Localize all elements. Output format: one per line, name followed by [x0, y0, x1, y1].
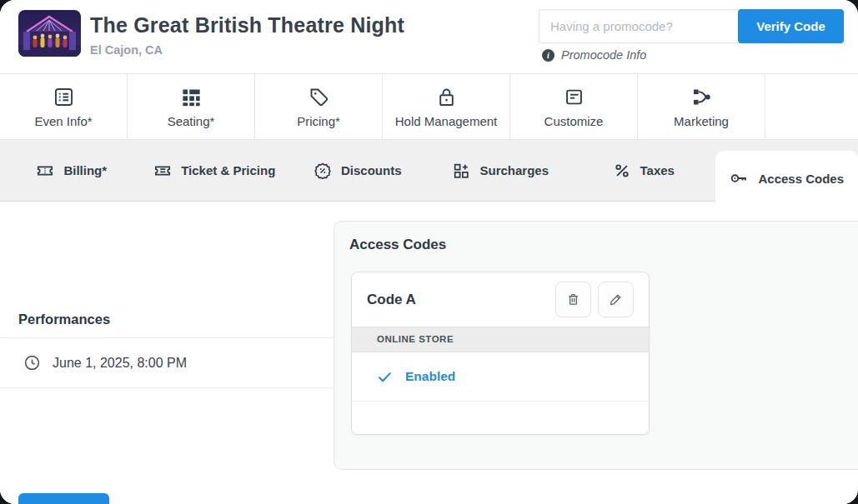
- access-code-card: Code A: [351, 272, 650, 435]
- sub-tab-bar: Billing* Ticket & Pricing Discounts: [0, 140, 858, 202]
- tab-bar-filler: [765, 74, 858, 139]
- promocode-group: Verify Code: [539, 9, 844, 43]
- card-empty-row: [352, 402, 649, 434]
- tab-label: Customize: [544, 114, 604, 128]
- promocode-info[interactable]: i Promocode Info: [542, 48, 646, 62]
- tab-pricing[interactable]: Pricing*: [255, 74, 383, 139]
- divider: [0, 387, 334, 388]
- code-status-label: Enabled: [405, 369, 455, 384]
- ticket-icon: [36, 162, 54, 180]
- subtab-label: Access Codes: [758, 172, 844, 186]
- content-area: Performances June 1, 2025, 8:00 PM Acces…: [0, 202, 858, 504]
- subtab-label: Ticket & Pricing: [181, 163, 275, 177]
- access-codes-heading: Access Codes: [349, 237, 446, 253]
- info-icon: i: [542, 49, 554, 62]
- grid-plus-icon: [452, 162, 470, 180]
- event-header: The Great British Theatre Night El Cajon…: [0, 0, 858, 73]
- add-code-button[interactable]: Add Code: [18, 493, 109, 504]
- price-tag-icon: [308, 85, 330, 108]
- verify-code-button[interactable]: Verify Code: [738, 9, 844, 43]
- discount-badge-icon: [314, 162, 332, 180]
- code-status-row[interactable]: Enabled: [352, 352, 649, 402]
- tab-label: Seating*: [168, 114, 215, 128]
- delete-code-button[interactable]: [555, 282, 591, 317]
- subtab-surcharges[interactable]: Surcharges: [429, 140, 573, 201]
- tab-marketing[interactable]: Marketing: [638, 74, 765, 139]
- tab-seating[interactable]: Seating*: [128, 74, 255, 139]
- tab-event-info[interactable]: Even Info*: [0, 74, 128, 139]
- subtab-billing[interactable]: Billing*: [0, 140, 143, 201]
- key-icon: [729, 168, 749, 188]
- event-thumbnail: [18, 10, 81, 57]
- performance-row[interactable]: June 1, 2025, 8:00 PM: [0, 338, 334, 387]
- layout-panel-icon: [563, 85, 585, 108]
- event-admin-window: The Great British Theatre Night El Cajon…: [0, 0, 858, 504]
- performance-datetime: June 1, 2025, 8:00 PM: [53, 356, 187, 371]
- subtab-discounts[interactable]: Discounts: [286, 140, 429, 201]
- access-codes-panel: Access Codes Code A: [334, 221, 858, 470]
- edit-code-button[interactable]: [598, 282, 634, 317]
- main-tab-bar: Even Info* Seating* Pricing*: [0, 73, 858, 140]
- access-code-card-header: Code A: [352, 272, 649, 327]
- tab-label: Pricing*: [297, 114, 340, 128]
- channel-section-header: ONLINE STORE: [352, 327, 649, 352]
- subtab-ticket-pricing[interactable]: Ticket & Pricing: [143, 140, 287, 201]
- tab-label: Marketing: [674, 114, 729, 128]
- list-box-icon: [53, 85, 75, 108]
- promocode-input[interactable]: [539, 9, 738, 43]
- tab-label: Hold Management: [395, 114, 498, 128]
- subtab-label: Billing*: [63, 163, 107, 177]
- lock-icon: [435, 85, 458, 108]
- event-location: El Cajon, CA: [90, 43, 163, 57]
- share-branch-icon: [690, 85, 713, 108]
- check-icon: [377, 369, 393, 385]
- tab-label: Even Info*: [34, 114, 92, 128]
- event-title: The Great British Theatre Night: [90, 13, 404, 37]
- subtab-label: Discounts: [341, 163, 402, 177]
- ticket-lines-icon: [153, 162, 172, 180]
- clock-icon: [23, 354, 41, 372]
- promocode-info-label: Promocode Info: [561, 48, 646, 62]
- subtab-label: Surcharges: [479, 163, 549, 177]
- tab-hold-management[interactable]: Hold Management: [383, 74, 510, 139]
- percent-icon: [613, 162, 631, 180]
- performances-heading: Performances: [18, 312, 110, 327]
- seating-grid-icon: [180, 85, 203, 108]
- tab-customize[interactable]: Customize: [510, 74, 638, 139]
- subtab-access-codes[interactable]: Access Codes: [715, 151, 858, 206]
- subtab-taxes[interactable]: Taxes: [572, 140, 715, 201]
- access-code-name: Code A: [367, 292, 549, 308]
- subtab-label: Taxes: [640, 163, 675, 177]
